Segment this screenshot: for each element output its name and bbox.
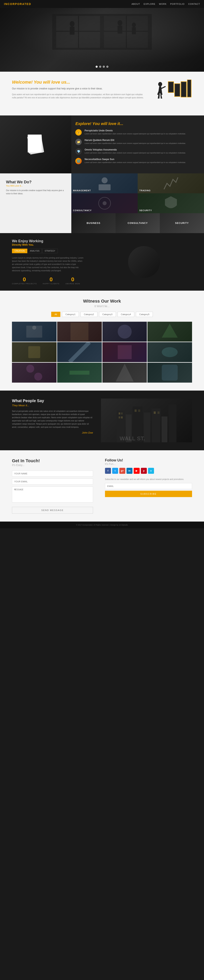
explore-title-rest: You will love it... [91,121,123,126]
hero-silhouettes [52,14,152,58]
nav-work[interactable]: WORK [159,3,167,5]
hero-dot-3[interactable] [103,66,105,68]
svg-rect-27 [188,80,190,96]
category-5[interactable]: Category5 [136,312,153,317]
email-input[interactable] [12,479,93,485]
svg-marker-52 [116,364,134,382]
nav-about[interactable]: ABOUT [131,3,140,5]
portfolio-bg-8 [147,342,192,362]
testimonial-text: Sed ut perspiciatis unde omnis iste natu… [12,410,93,429]
svg-marker-44 [162,324,178,337]
stat-completed: 0 Completed Projects [12,276,37,285]
send-message-button[interactable]: SEND MESSAGE [12,507,93,514]
portfolio-bg-11 [102,363,147,383]
name-input[interactable] [12,471,93,477]
tab-creation[interactable]: CREATION [12,249,27,253]
working-right [96,239,192,285]
list-item: 🌐 Necessitatibus Saepe Sun Lorem ad lore… [75,158,198,164]
security-label: SECURITY [139,209,152,212]
facebook-icon[interactable]: f [105,468,111,474]
nav-links: ABOUT EXPLORE WORK PORTFOLIO CONTACT [131,3,200,5]
portfolio-bg-4 [147,322,192,342]
portfolio-bg-7 [102,342,147,362]
nav-contact[interactable]: CONTACT [188,3,200,5]
welcome-title: Welcome! You will love us... [12,80,144,85]
category-1[interactable]: Category1 [62,312,79,317]
pinterest-icon[interactable]: p [141,468,147,474]
welcome-illustration [152,80,192,108]
portfolio-item [57,342,102,362]
nav-explore[interactable]: EXPLORE [143,3,155,5]
tab-analysis[interactable]: ANALYSIS [27,249,42,253]
svg-rect-42 [70,323,88,340]
nav-portfolio[interactable]: PORTFOLIO [170,3,185,5]
svg-text:WALL ST.: WALL ST. [120,435,145,442]
hero-dot-1[interactable] [96,66,97,68]
portfolio-bg-12 [147,363,192,383]
consultancy-label: CONSULTANCY [73,209,92,212]
explore-title: Explore! You will love it... [75,121,198,126]
explore-illustration [0,115,71,173]
message-field-container [12,487,93,503]
svg-rect-64 [121,417,123,418]
whatwedo-top: What We Do? You Will Love It... Our miss… [0,173,204,213]
hero-dot-2[interactable] [99,66,101,68]
explore-section: Explore! You will love it... 💰 Perspicia… [0,115,204,173]
working-left: We Enjoy Working Directly With You. CREA… [12,239,84,285]
svg-rect-8 [70,27,75,35]
explore-item-text-4: Lorem ad lorem ulam repellendum ulam ore… [84,161,186,164]
portfolio-item [147,342,192,362]
category-all[interactable]: All [51,312,61,317]
explore-item-text-1: Lorem ad lorem ulam repellendum ulam ore… [84,132,186,135]
portfolio-item [102,322,147,342]
testimonial-author: John Doe [12,431,93,434]
portfolio-item [12,363,57,383]
svg-point-28 [102,177,108,183]
linkedin-icon[interactable]: in [126,468,132,474]
category-4[interactable]: Category4 [118,312,134,317]
welcome-image [152,80,192,108]
whatwedo-grid: MANAGEMENT TRADING CONSULTANCY [71,173,204,213]
youtube-icon[interactable]: ▶ [134,468,140,474]
category-2[interactable]: Category2 [80,312,97,317]
svg-rect-62 [121,412,123,414]
twitter-icon[interactable]: t [112,468,118,474]
explore-icon-1: 💰 [75,129,82,135]
hero-dot-4[interactable] [107,66,108,68]
whatwedo-body: Our mission is to provide creative suppo… [6,189,65,195]
explore-item-title-4: Necessitatibus Saepe Sun [84,158,186,161]
svg-rect-29 [99,185,111,190]
hero-section [0,8,204,72]
portfolio-bg-2 [57,322,102,342]
security-bottom-label: SECURITY [175,222,189,224]
category-filter: All Category1 Category2 Category3 Catego… [12,312,192,317]
portfolio-item [12,342,57,362]
explore-content: Explore! You will love it... 💰 Perspicia… [71,115,204,173]
welcome-text: Welcome! You will love us... Our mission… [12,80,144,99]
googleplus-icon[interactable]: g+ [120,468,125,474]
contact-right: Follow Us! It's Fun... f t g+ in ▶ p v S… [105,458,192,514]
portfolio-bg-10 [57,363,102,383]
social-icons: f t g+ in ▶ p v [105,468,192,474]
grid-item-management: MANAGEMENT [71,173,138,193]
follow-title: Follow Us! [105,458,192,463]
contact-section: Get In Touch! It's Easy... SEND MESSAGE … [0,450,204,522]
explore-item-title-1: Perspiciatis Unde Omnis [84,129,186,132]
svg-point-49 [26,365,34,373]
welcome-title-italic: Welcome! [12,80,33,84]
business-label: BUSINESS [87,222,100,224]
working-tabs: CREATION ANALYSIS STRATEGY [12,249,84,253]
message-input[interactable] [12,487,93,503]
newsletter-email-input[interactable] [105,483,192,489]
subscribe-button[interactable]: SUBSCRIBE [105,491,192,497]
explore-image [0,115,71,173]
witness-title: Witness Our Work [12,299,192,304]
tab-strategy[interactable]: STRATEGY [42,249,58,253]
paper-stack [28,135,44,154]
explore-item-title-2: Harum Quidem Rerum Elit [84,139,186,142]
vimeo-icon[interactable]: v [148,468,154,474]
portfolio-item [147,322,192,342]
svg-point-43 [118,325,131,339]
wall-st-illustration: WALL ST. [101,399,192,442]
category-3[interactable]: Category3 [99,312,116,317]
